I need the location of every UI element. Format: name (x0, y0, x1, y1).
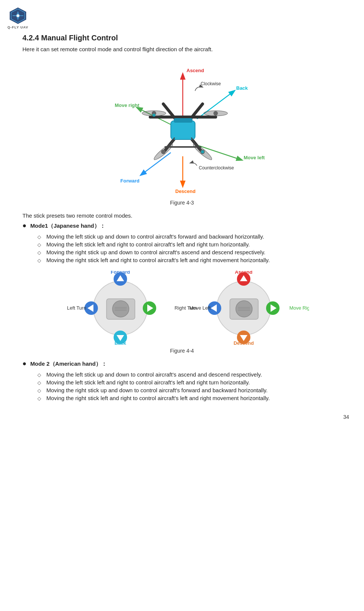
mode1-bullet-2: ◇ Moving the left stick left and right t… (37, 241, 342, 248)
svg-text:Forward: Forward (111, 271, 130, 275)
figure-4-3-caption: Figure 4-3 (22, 200, 342, 206)
controls-diagram: Forward Back Left Turn Right Turn (55, 271, 309, 346)
drone-diagram: Ascend Clockwise Back Move right Move le… (85, 59, 279, 197)
svg-text:Counterclockwise: Counterclockwise (199, 165, 234, 171)
mode2-bullet-2: ◇ Moving the left stick left and right t… (37, 379, 342, 386)
svg-text:Back: Back (114, 340, 126, 346)
mode2-bullet-3: ◇ Moving the right stick up and down to … (37, 387, 342, 393)
logo-icon (9, 7, 27, 25)
mode2-bullet: ● (22, 360, 27, 368)
mode1-bullets: ◇ Moving the left stick up and down to c… (37, 233, 342, 263)
svg-text:Clockwise: Clockwise (201, 81, 221, 86)
logo: Q-FLY UAV (7, 7, 28, 29)
diamond-icon-1: ◇ (37, 234, 41, 240)
svg-text:Back: Back (236, 85, 248, 91)
svg-text:Move left: Move left (244, 155, 265, 160)
mode1-text-2: Moving the left stick left and right to … (46, 241, 250, 248)
svg-text:Move right: Move right (115, 102, 139, 108)
mode1-section: ● Mode1（Japanese hand）： ◇ Moving the lef… (22, 222, 342, 263)
diamond-icon-7: ◇ (37, 388, 41, 393)
page-number: 34 (343, 414, 349, 420)
svg-point-30 (213, 111, 218, 116)
svg-text:Move Right: Move Right (289, 305, 309, 311)
figure-4-4-caption: Figure 4-4 (22, 348, 342, 354)
mode2-bullet-4: ◇ Moving the right stick left and right … (37, 395, 342, 401)
section-number: 4.2.4 (22, 34, 39, 42)
mode2-text-3: Moving the right stick up and down to co… (46, 387, 268, 393)
mode1-bullet: ● (22, 222, 27, 230)
mode2-text-1: Moving the left stick up and down to con… (46, 371, 262, 378)
intro-text: Here it can set remote control mode and … (22, 46, 342, 52)
mode1-title: Mode1（Japanese hand）： (30, 222, 105, 230)
svg-rect-23 (171, 121, 195, 139)
mode1-bullet-4: ◇ Moving the right stick left and right … (37, 257, 342, 263)
mode1-label: ● Mode1（Japanese hand）： (22, 222, 342, 230)
svg-rect-24 (174, 118, 192, 123)
mode1-text-3: Moving the right stick up and down to co… (46, 249, 265, 255)
mode2-bullet-1: ◇ Moving the left stick up and down to c… (37, 371, 342, 378)
figure-4-4-container: Forward Back Left Turn Right Turn (22, 271, 342, 346)
svg-text:Ascend: Ascend (235, 271, 253, 275)
svg-text:Descend: Descend (175, 188, 195, 194)
svg-text:Ascend: Ascend (186, 68, 204, 73)
diamond-icon-2: ◇ (37, 242, 41, 248)
mode2-section: ● Mode 2（American hand）： ◇ Moving the le… (22, 360, 342, 401)
diamond-icon-4: ◇ (37, 258, 41, 263)
mode2-text-2: Moving the left stick left and right to … (46, 379, 250, 386)
diamond-icon-3: ◇ (37, 250, 41, 255)
svg-point-31 (161, 150, 166, 154)
diamond-icon-6: ◇ (37, 380, 41, 386)
mode1-bullet-1: ◇ Moving the left stick up and down to c… (37, 233, 342, 240)
mode1-text-1: Moving the left stick up and down to con… (46, 233, 264, 240)
mode1-text-4: Moving the right stick left and right to… (46, 257, 270, 263)
svg-text:Left Turn: Left Turn (67, 305, 86, 311)
figure-4-3-container: Ascend Clockwise Back Move right Move le… (22, 59, 342, 197)
diamond-icon-8: ◇ (37, 396, 41, 401)
svg-text:Move Left: Move Left (189, 305, 210, 311)
svg-point-34 (201, 150, 204, 153)
stick-presets-text: The stick presets two remote control mod… (22, 212, 342, 219)
svg-point-4 (16, 14, 19, 17)
mode2-title: Mode 2（American hand）： (30, 360, 107, 368)
mode2-label: ● Mode 2（American hand）： (22, 360, 342, 368)
mode1-bullet-3: ◇ Moving the right stick up and down to … (37, 249, 342, 255)
logo-text: Q-FLY UAV (7, 25, 28, 29)
mode2-text-4: Moving the right stick left and right to… (46, 395, 270, 401)
mode2-bullets: ◇ Moving the left stick up and down to c… (37, 371, 342, 401)
diamond-icon-5: ◇ (37, 372, 41, 378)
section-title: 4.2.4 Manual Flight Control (22, 34, 342, 42)
svg-point-33 (152, 114, 155, 117)
svg-text:Descend: Descend (234, 340, 254, 346)
section-heading: Manual Flight Control (41, 34, 118, 42)
svg-text:Forward: Forward (120, 178, 139, 184)
